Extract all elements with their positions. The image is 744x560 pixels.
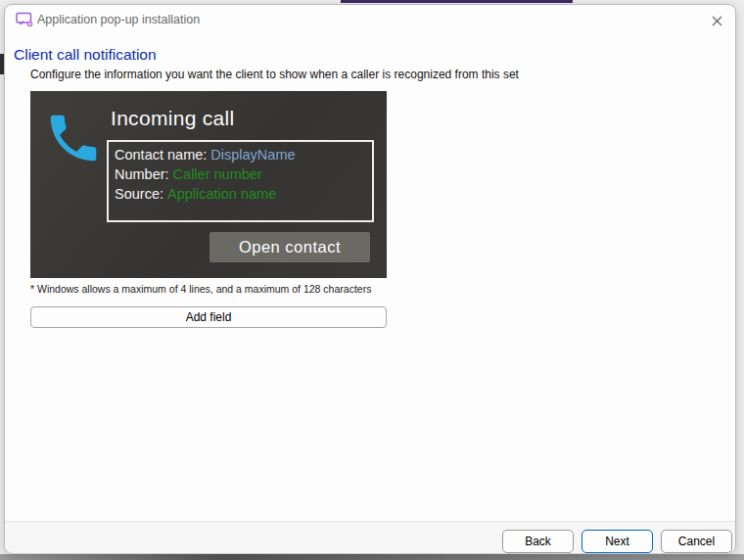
- cancel-button[interactable]: Cancel: [661, 530, 732, 553]
- field-row: Number:Caller number: [115, 164, 366, 184]
- field-value: Application name: [167, 186, 276, 202]
- limits-footnote: * Windows allows a maximum of 4 lines, a…: [30, 283, 371, 295]
- window-title: Application pop-up installation: [37, 13, 200, 26]
- popup-notification-settings-icon: [15, 10, 34, 29]
- field-label: Number:: [115, 166, 169, 182]
- titlebar: Application pop-up installation: [5, 5, 735, 36]
- back-button[interactable]: Back: [502, 530, 574, 553]
- preview-title: Incoming call: [111, 107, 234, 130]
- field-row: Source:Application name: [115, 184, 366, 204]
- notification-preview: Incoming call Contact name:DisplayName N…: [30, 91, 387, 278]
- background-window-edge: [341, 0, 573, 3]
- field-row: Contact name:DisplayName: [115, 145, 366, 164]
- field-value: DisplayName: [210, 147, 295, 163]
- close-button[interactable]: [705, 10, 728, 31]
- next-button[interactable]: Next: [581, 530, 653, 553]
- field-label: Source:: [115, 186, 163, 202]
- page-background: Application pop-up installation Client c…: [0, 0, 744, 560]
- field-value: Caller number: [173, 166, 262, 182]
- page-title: Client call notification: [14, 46, 157, 64]
- dialog-window: Application pop-up installation Client c…: [4, 4, 736, 553]
- taskbar-edge: [0, 554, 744, 560]
- preview-fields-box: Contact name:DisplayName Number:Caller n…: [107, 140, 374, 222]
- add-field-button[interactable]: Add field: [30, 306, 387, 328]
- close-icon: [710, 14, 724, 28]
- phone-icon: [43, 108, 104, 168]
- footer: Back Next Cancel: [5, 521, 735, 553]
- field-label: Contact name:: [115, 147, 207, 163]
- page-description: Configure the information you want the c…: [30, 68, 519, 81]
- open-contact-button[interactable]: Open contact: [209, 232, 370, 262]
